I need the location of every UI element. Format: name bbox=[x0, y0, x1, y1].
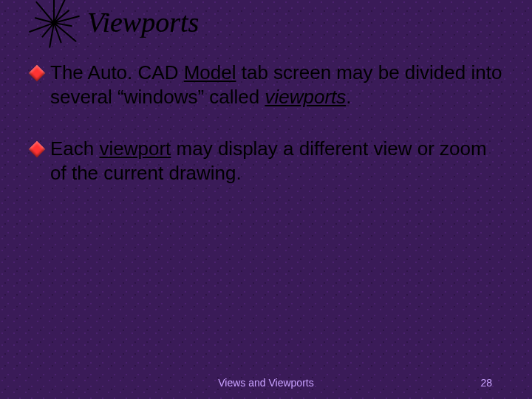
footer-title: Views and Viewports bbox=[0, 377, 532, 389]
page-number: 28 bbox=[480, 377, 492, 389]
bullet-text-italic-underline: viewports bbox=[265, 86, 346, 108]
bullet-text-underline: Model bbox=[184, 61, 236, 83]
starburst-icon bbox=[28, 3, 80, 43]
slide-title: Viewports bbox=[87, 6, 199, 38]
bullet-text-pre: The Auto. CAD bbox=[50, 61, 184, 83]
bullet-text-underline: viewport bbox=[100, 137, 171, 160]
diamond-bullet-icon bbox=[29, 140, 46, 157]
bullet-text-post: . bbox=[346, 86, 351, 108]
diamond-bullet-icon bbox=[29, 65, 46, 82]
bullet-item: Each viewport may display a different vi… bbox=[31, 137, 504, 186]
bullet-text-pre: Each bbox=[50, 137, 100, 160]
slide-body: The Auto. CAD Model tab screen may be di… bbox=[31, 61, 504, 212]
bullet-item: The Auto. CAD Model tab screen may be di… bbox=[31, 61, 504, 110]
slide: Viewports The Auto. CAD Model tab screen… bbox=[0, 0, 532, 399]
